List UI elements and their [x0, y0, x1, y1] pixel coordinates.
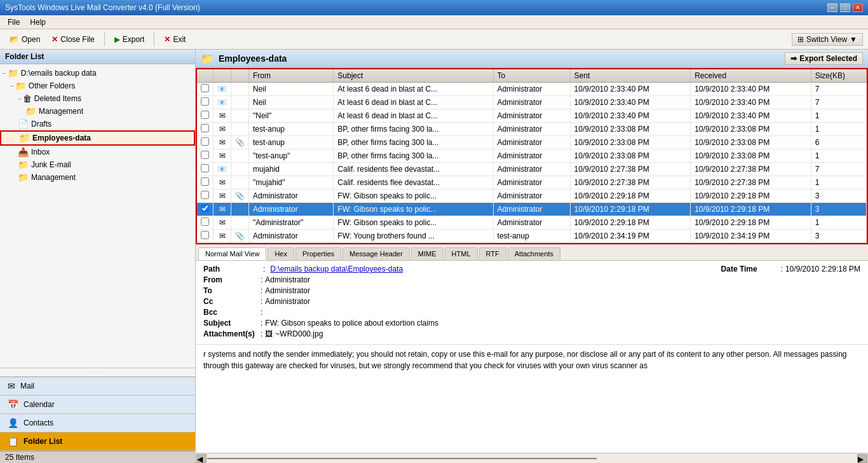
- exit-icon: ✕: [164, 35, 170, 44]
- folder-item-inbox[interactable]: 📥 Inbox: [0, 146, 195, 158]
- row-sent: 10/9/2010 2:33:08 PM: [570, 149, 691, 163]
- tab-hex[interactable]: Hex: [268, 247, 294, 260]
- open-button[interactable]: 📂 Open: [5, 33, 44, 46]
- tab-mime[interactable]: MIME: [411, 247, 444, 260]
- folder-item-junk[interactable]: 📁 Junk E-mail: [0, 158, 195, 171]
- row-checkbox[interactable]: [197, 230, 214, 243]
- col-to[interactable]: To: [493, 69, 570, 83]
- menu-file[interactable]: File: [3, 17, 25, 28]
- detail-path-row: Path : D:\emails backup data\Employees-d…: [203, 265, 860, 273]
- col-sent[interactable]: Sent: [570, 69, 691, 83]
- row-checkbox[interactable]: [197, 123, 214, 136]
- row-sent: 10/9/2010 2:29:18 PM: [570, 203, 691, 216]
- minimize-button[interactable]: ─: [827, 3, 837, 12]
- row-checkbox[interactable]: [197, 163, 214, 176]
- tab-properties[interactable]: Properties: [295, 247, 341, 260]
- row-checkbox[interactable]: [197, 176, 214, 190]
- expand-icon-deleted[interactable]: −: [18, 95, 22, 102]
- table-row[interactable]: ✉ "test-anup" BP, other firms facing 300…: [197, 149, 867, 163]
- table-row[interactable]: ✉ Administrator FW: Gibson speaks to pol…: [197, 203, 867, 216]
- row-received: 10/9/2010 2:29:18 PM: [691, 190, 811, 203]
- col-attach[interactable]: [231, 69, 249, 83]
- maximize-button[interactable]: □: [840, 3, 850, 12]
- row-checkbox[interactable]: [197, 109, 214, 123]
- tab-rtf[interactable]: RTF: [479, 247, 506, 260]
- row-received: 10/9/2010 2:33:08 PM: [691, 123, 811, 136]
- row-checkbox[interactable]: [197, 190, 214, 203]
- col-received[interactable]: Received: [691, 69, 811, 83]
- tab-html[interactable]: HTML: [445, 247, 478, 260]
- row-to: Administrator: [493, 203, 570, 216]
- col-from[interactable]: From: [249, 69, 334, 83]
- scroll-thumb[interactable]: [207, 458, 597, 459]
- folder-icon-other: 📁: [15, 81, 26, 91]
- row-to: Administrator: [493, 136, 570, 149]
- row-checkbox[interactable]: [197, 83, 214, 96]
- table-row[interactable]: ✉ "mujahid" Calif. residents flee devast…: [197, 176, 867, 190]
- expand-icon-other[interactable]: −: [10, 83, 14, 90]
- col-icon[interactable]: [214, 69, 231, 83]
- menu-help[interactable]: Help: [25, 17, 51, 28]
- row-checkbox[interactable]: [197, 149, 214, 163]
- table-row[interactable]: 📧 mujahid Calif. residents flee devastat…: [197, 163, 867, 176]
- row-checkbox[interactable]: [197, 96, 214, 109]
- table-row[interactable]: 📧 Neil At least 6 dead in blast at C... …: [197, 96, 867, 109]
- title-bar: SysTools Windows Live Mail Converter v4.…: [0, 0, 868, 15]
- table-row[interactable]: ✉ 📎 test-anup BP, other firms facing 300…: [197, 136, 867, 149]
- row-subject: BP, other firms facing 300 la...: [334, 149, 493, 163]
- toolbar-separator: [104, 32, 105, 46]
- nav-contacts-button[interactable]: 👤 Contacts: [0, 414, 195, 432]
- close-file-button[interactable]: ✕ Close File: [47, 33, 98, 46]
- nav-calendar-button[interactable]: 📅 Calendar: [0, 396, 195, 414]
- row-size: 3: [811, 230, 866, 243]
- exit-button[interactable]: ✕ Exit: [159, 33, 190, 46]
- row-checkbox[interactable]: [197, 136, 214, 149]
- scroll-track[interactable]: [207, 458, 857, 459]
- folder-item-management-sub[interactable]: 📁 Management: [0, 105, 195, 118]
- scroll-right-btn[interactable]: ▶: [857, 454, 867, 463]
- export-selected-button[interactable]: ➡ Export Selected: [785, 52, 863, 65]
- table-row[interactable]: 📧 Neil At least 6 dead in blast at C... …: [197, 83, 867, 96]
- row-checkbox[interactable]: [197, 203, 214, 216]
- close-button[interactable]: ✕: [853, 3, 863, 12]
- table-row[interactable]: ✉ "Neil" At least 6 dead in blast at C..…: [197, 109, 867, 123]
- export-button[interactable]: ▶ Export: [110, 33, 149, 46]
- table-row[interactable]: ✉ test-anup BP, other firms facing 300 l…: [197, 123, 867, 136]
- folder-item-employees-data[interactable]: 📁 Employees-data: [0, 130, 195, 146]
- folder-icon-mgmt-sub: 📁: [25, 106, 36, 116]
- col-subject[interactable]: Subject: [334, 69, 493, 83]
- table-row[interactable]: ✉ "Administrator" FW: Gibson speaks to p…: [197, 216, 867, 230]
- nav-folder-list-button[interactable]: 📋 Folder List: [0, 432, 195, 451]
- col-checkbox[interactable]: [197, 69, 214, 83]
- folder-item-drafts[interactable]: 📄 Drafts: [0, 118, 195, 130]
- tab-attachments[interactable]: Attachments: [508, 247, 560, 260]
- row-checkbox[interactable]: [197, 216, 214, 230]
- row-sent: 10/9/2010 2:33:40 PM: [570, 96, 691, 109]
- folder-item-other-folders[interactable]: − 📁 Other Folders: [0, 79, 195, 92]
- row-size: 1: [811, 149, 866, 163]
- folder-icon-inbox: 📥: [18, 147, 29, 157]
- folder-tree[interactable]: − 📁 D:\emails backup data − 📁 Other Fold…: [0, 64, 195, 368]
- table-row[interactable]: ✉ 📎 Administrator FW: Young brothers fou…: [197, 230, 867, 243]
- folder-item-deleted-items[interactable]: − 🗑 Deleted Items: [0, 92, 195, 105]
- row-from: "Neil": [249, 109, 334, 123]
- folder-item-root[interactable]: − 📁 D:\emails backup data: [0, 67, 195, 79]
- main-container: Folder List − 📁 D:\emails backup data − …: [0, 50, 868, 463]
- datetime-label: Date Time: [721, 265, 778, 273]
- row-from: "mujahid": [249, 176, 334, 190]
- row-received: 10/9/2010 2:33:40 PM: [691, 83, 811, 96]
- switch-view-button[interactable]: ⊞ Switch View ▼: [792, 33, 863, 46]
- nav-mail-button[interactable]: ✉ Mail: [0, 377, 195, 396]
- path-value[interactable]: D:\emails backup data\Employees-data: [270, 265, 403, 273]
- col-size[interactable]: Size(KB): [811, 69, 866, 83]
- expand-icon-root[interactable]: −: [3, 70, 6, 77]
- folder-item-management[interactable]: 📁 Management: [0, 171, 195, 184]
- table-row[interactable]: ✉ 📎 Administrator FW: Gibson speaks to p…: [197, 190, 867, 203]
- tab-message-header[interactable]: Message Header: [342, 247, 410, 260]
- email-table-container[interactable]: From Subject To Sent Received Size(KB) 📧…: [196, 68, 868, 244]
- tab-normal-mail-view[interactable]: Normal Mail View: [198, 247, 266, 260]
- bottom-scrollbar[interactable]: ◀ ▶: [196, 453, 868, 463]
- scroll-left-btn[interactable]: ◀: [196, 454, 207, 463]
- row-msg-icon: ✉: [214, 176, 231, 190]
- row-size: 6: [811, 136, 866, 149]
